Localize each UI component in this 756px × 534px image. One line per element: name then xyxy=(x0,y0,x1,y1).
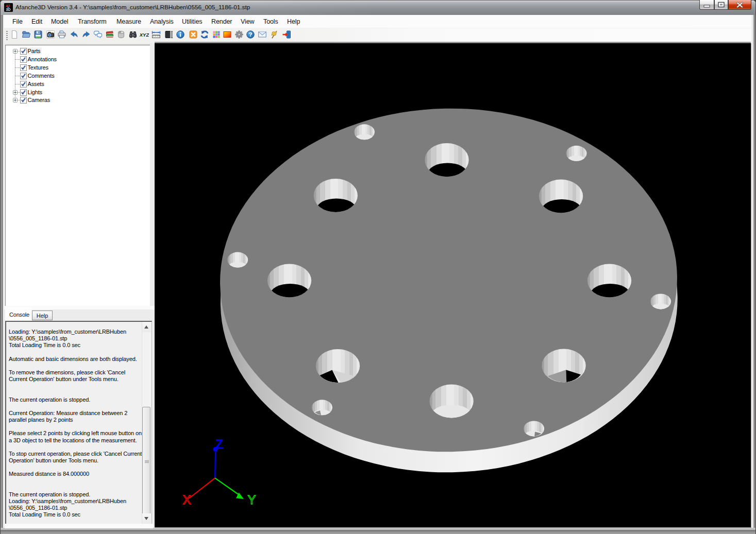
svg-text:X: X xyxy=(182,493,191,507)
svg-text:XYZ: XYZ xyxy=(140,32,149,38)
svg-text:Y: Y xyxy=(247,493,256,507)
svg-text:?: ? xyxy=(248,31,252,38)
svg-text:Z: Z xyxy=(215,437,223,451)
